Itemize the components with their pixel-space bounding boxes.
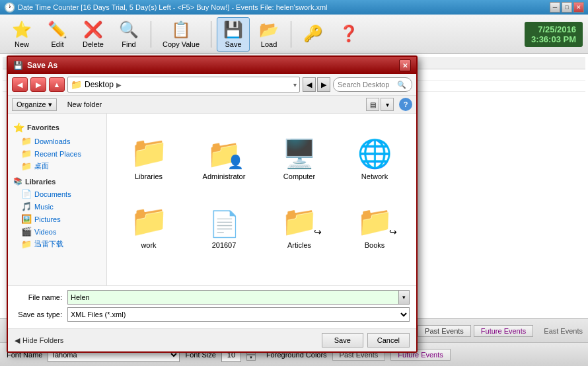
save-icon: 💾 — [223, 20, 243, 39]
new-folder-button[interactable]: New folder — [62, 99, 108, 110]
favorites-label: Favorites — [27, 124, 59, 131]
dialog-help-button[interactable]: ? — [399, 98, 412, 111]
administrator-file-name: Administrator — [203, 172, 246, 180]
view-dropdown-button[interactable]: ▾ — [381, 98, 394, 111]
organize-arrow: ▾ — [48, 100, 52, 109]
nav-next-btn[interactable]: ▶ — [317, 77, 330, 92]
help-button[interactable]: ❓ — [332, 21, 365, 48]
recent-folder-icon: 📁 — [21, 149, 32, 159]
organize-label: Organize — [17, 100, 46, 108]
load-label: Load — [261, 40, 277, 48]
file-item-work[interactable]: 📁 work — [112, 188, 185, 254]
music-icon: 🎵 — [21, 201, 32, 211]
file-item-201607[interactable]: 📄 201607 — [188, 188, 260, 254]
edit-button[interactable]: ✏️ Edit — [41, 17, 74, 52]
location-dropdown-arrow[interactable]: ▾ — [293, 81, 297, 89]
file-grid: 📁 Libraries 📁👤 Administrator 🖥️ Computer… — [107, 114, 416, 285]
find-label: Find — [122, 40, 135, 48]
filetype-label: Save as type: — [15, 311, 67, 318]
downloads-folder-icon: 📁 — [21, 136, 32, 146]
load-button[interactable]: 📂 Load — [252, 17, 285, 52]
filename-input[interactable] — [67, 290, 399, 305]
separator-1 — [151, 21, 151, 48]
dialog-cancel-button[interactable]: Cancel — [367, 333, 410, 348]
libraries-label: Libraries — [25, 178, 55, 186]
hide-folders-arrow: ◀ — [15, 336, 20, 345]
sidebar-item-pictures[interactable]: 🖼️ Pictures — [8, 213, 106, 225]
datetime-display: 7/25/2016 3:36:03 PM — [525, 22, 583, 47]
file-item-books[interactable]: 📁↪ Books — [338, 188, 411, 254]
new-label: New — [15, 40, 29, 48]
administrator-folder-icon: 📁👤 — [207, 137, 241, 170]
sidebar-item-videos[interactable]: 🎬 Videos — [8, 225, 106, 238]
sidebar-item-music[interactable]: 🎵 Music — [8, 200, 106, 213]
favorites-section: ⭐ Favorites 📁 Downloads 📁 Recent Places … — [8, 119, 106, 174]
doc-file-name: 201607 — [212, 241, 237, 249]
future-events-button[interactable]: Future Events — [474, 325, 533, 337]
recent-label: Recent Places — [34, 150, 81, 158]
hide-folders-label: Hide Folders — [22, 336, 63, 344]
new-button[interactable]: ⭐ New — [5, 17, 38, 52]
desktop-label: 桌面 — [34, 161, 49, 171]
dialog-title: Save As — [27, 61, 57, 70]
key-button[interactable]: 🔑 — [297, 21, 330, 48]
filetype-row: Save as type: XML Files (*.xml) — [15, 307, 410, 322]
books-file-name: Books — [365, 241, 385, 249]
delete-button[interactable]: ❌ Delete — [77, 17, 110, 52]
new-icon: ⭐ — [12, 20, 32, 39]
work-file-name: work — [141, 241, 156, 249]
dialog-title-icon: 💾 — [13, 61, 23, 70]
dialog-sidebar: ⭐ Favorites 📁 Downloads 📁 Recent Places … — [8, 114, 107, 285]
copy-value-button[interactable]: 📋 Copy Value — [157, 17, 205, 52]
minimize-button[interactable]: ─ — [550, 2, 560, 13]
find-button[interactable]: 🔍 Find — [112, 17, 145, 52]
sidebar-item-recent[interactable]: 📁 Recent Places — [8, 147, 106, 160]
articles-file-name: Articles — [287, 241, 311, 249]
font-size-down[interactable]: ▼ — [246, 355, 256, 361]
favorites-header: ⭐ Favorites — [8, 120, 106, 135]
time-display: 3:36:03 PM — [531, 34, 576, 44]
save-label: Save — [225, 40, 242, 48]
main-toolbar: ⭐ New ✏️ Edit ❌ Delete 🔍 Find 📋 Copy Val… — [0, 15, 588, 54]
filetype-select[interactable]: XML Files (*.xml) — [67, 307, 410, 322]
file-item-libraries[interactable]: 📁 Libraries — [112, 119, 185, 185]
organize-button[interactable]: Organize ▾ — [12, 98, 57, 111]
close-button[interactable]: ✕ — [573, 2, 584, 13]
maximize-button[interactable]: □ — [562, 2, 572, 13]
view-buttons: ▤ ▾ — [366, 98, 394, 111]
help-icon: ❓ — [339, 24, 359, 43]
work-folder-icon: 📁 — [130, 203, 168, 238]
sidebar-item-downloads[interactable]: 📁 Downloads — [8, 135, 106, 147]
title-text: Date Time Counter [16 Days Trial, 5 Day(… — [18, 3, 550, 11]
file-item-administrator[interactable]: 📁👤 Administrator — [188, 119, 260, 185]
search-box[interactable]: 🔍 — [333, 77, 412, 92]
save-button[interactable]: 💾 Save — [217, 17, 250, 52]
past-events-button[interactable]: Past Events — [418, 325, 471, 337]
location-arrow: ▶ — [116, 81, 122, 89]
sidebar-item-documents[interactable]: 📄 Documents — [8, 188, 106, 200]
view-toggle-button[interactable]: ▤ — [366, 98, 379, 111]
file-item-articles[interactable]: 📁↪ Articles — [263, 188, 336, 254]
sidebar-item-thunder[interactable]: 📁 迅雷下载 — [8, 238, 106, 250]
dialog-close-button[interactable]: ✕ — [399, 59, 411, 71]
filename-label: File name: — [15, 293, 67, 301]
sidebar-item-desktop[interactable]: 📁 桌面 — [8, 160, 106, 172]
location-bar[interactable]: 📁 Desktop ▶ ▾ — [67, 77, 300, 92]
network-file-name: Network — [361, 172, 388, 180]
network-icon: 🌐 — [357, 137, 392, 170]
file-item-computer[interactable]: 🖥️ Computer — [263, 119, 336, 185]
pictures-icon: 🖼️ — [21, 214, 32, 224]
delete-label: Delete — [83, 40, 104, 48]
nav-back-button[interactable]: ◀ — [12, 77, 28, 92]
nav-forward-button[interactable]: ▶ — [30, 77, 46, 92]
dialog-form: File name: ▾ Save as type: XML Files (*.… — [8, 285, 416, 328]
nav-up-button[interactable]: ▲ — [49, 77, 65, 92]
search-input[interactable] — [338, 81, 397, 89]
file-item-network[interactable]: 🌐 Network — [338, 119, 411, 185]
filename-dropdown[interactable]: ▾ — [399, 290, 410, 305]
dialog-titlebar: 💾 Save As ✕ — [8, 57, 416, 74]
dialog-save-button[interactable]: Save — [322, 333, 363, 348]
app-icon: 🕐 — [4, 2, 15, 13]
hide-folders-button[interactable]: ◀ Hide Folders — [15, 336, 63, 345]
nav-prev-btn[interactable]: ◀ — [303, 77, 316, 92]
